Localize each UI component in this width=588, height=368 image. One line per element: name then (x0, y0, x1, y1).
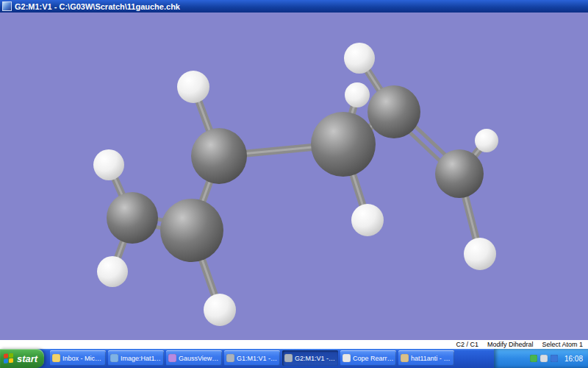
carbon-atom[interactable] (107, 192, 158, 244)
taskbar-button-label: Image:Hat11ant... (121, 355, 162, 362)
title-bar[interactable]: G2:M1:V1 - C:\G03W\Scratch\11gauche.chk (0, 0, 588, 13)
hydrogen-atom[interactable] (475, 129, 498, 152)
paint-icon (401, 354, 409, 362)
outlook-icon (52, 354, 60, 362)
molecule-viewport[interactable] (0, 13, 588, 340)
taskbar-button-label: Cope Rearrange... (353, 355, 394, 362)
hydrogen-atom[interactable] (204, 294, 236, 326)
molecule-icon (284, 354, 293, 362)
status-bar: C2 / C1 Modify Dihedral Select Atom 1 (0, 340, 588, 349)
taskbar-button-label: Inbox - Microsof... (62, 355, 104, 362)
taskbar-button-label: hat11anti - Paint (411, 355, 452, 362)
hydrogen-atom[interactable] (351, 204, 384, 236)
tray-icon-gray[interactable] (540, 355, 548, 362)
tray-icon-blue[interactable] (551, 355, 558, 362)
status-mode: Modify Dihedral (487, 341, 534, 348)
taskbar: start Inbox - Microsof...Image:Hat11ant.… (0, 349, 588, 368)
start-button-label: start (17, 353, 37, 364)
window-title: G2:M1:V1 - C:\G03W\Scratch\11gauche.chk (15, 2, 180, 11)
system-tray: 16:08 (494, 349, 588, 368)
molecule-icon (226, 354, 234, 362)
carbon-atom[interactable] (368, 85, 420, 138)
windows-logo-icon (4, 353, 14, 364)
tray-icon-green[interactable] (530, 355, 537, 362)
taskbar-button[interactable]: hat11anti - Paint (398, 350, 454, 366)
taskbar-button-label: G2:M1:V1 - C:\G... (295, 355, 336, 362)
taskbar-button[interactable]: Inbox - Microsof... (50, 350, 106, 366)
hydrogen-atom[interactable] (97, 256, 128, 287)
molecule-canvas (0, 13, 588, 340)
taskbar-clock: 16:08 (564, 355, 583, 363)
status-hint: Select Atom 1 (542, 341, 583, 348)
carbon-atom[interactable] (160, 199, 223, 262)
app-icon (2, 1, 12, 11)
gaussview-icon (168, 354, 176, 362)
carbon-atom[interactable] (191, 128, 247, 184)
carbon-atom[interactable] (311, 112, 376, 177)
taskbar-button[interactable]: G2:M1:V1 - C:\G... (282, 350, 338, 366)
taskbar-buttons: Inbox - Microsof...Image:Hat11ant...Gaus… (50, 349, 454, 368)
hydrogen-atom[interactable] (344, 43, 375, 74)
status-selected-atoms: C2 / C1 (456, 341, 478, 348)
start-button[interactable]: start (0, 349, 44, 368)
taskbar-button[interactable]: Image:Hat11ant... (108, 350, 164, 366)
document-icon (343, 354, 351, 362)
taskbar-button[interactable]: Cope Rearrange... (340, 350, 396, 366)
hydrogen-atom[interactable] (93, 149, 124, 180)
taskbar-button[interactable]: GaussView 3.09 (166, 350, 222, 366)
hydrogen-atom[interactable] (177, 71, 209, 103)
tray-icons (530, 355, 558, 362)
carbon-atom[interactable] (435, 149, 484, 198)
gaussview-window: G2:M1:V1 - C:\G03W\Scratch\11gauche.chk … (0, 0, 588, 368)
hydrogen-atom[interactable] (345, 82, 370, 107)
hydrogen-atom[interactable] (464, 238, 496, 270)
image-icon (110, 354, 118, 362)
taskbar-button-label: GaussView 3.09 (179, 355, 220, 362)
taskbar-button-label: G1:M1:V1 - C:\D... (237, 355, 278, 362)
taskbar-button[interactable]: G1:M1:V1 - C:\D... (224, 350, 280, 366)
